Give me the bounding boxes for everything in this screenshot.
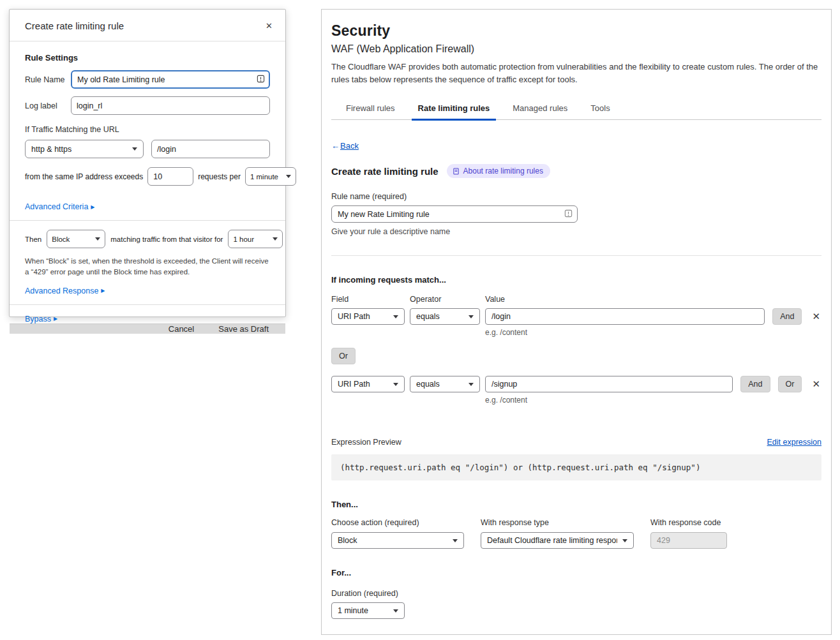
or-button[interactable]: Or <box>778 376 802 392</box>
bypass-link[interactable]: Bypass ▶ <box>25 315 57 324</box>
requests-per-text: requests per <box>198 172 241 181</box>
duration-select[interactable]: 1 minute <box>331 602 405 619</box>
and-button[interactable]: And <box>772 308 802 325</box>
field-select[interactable]: URI Path <box>331 376 405 392</box>
action-select[interactable]: Block <box>331 532 464 549</box>
value-input[interactable] <box>485 376 733 392</box>
tab-rate-limiting-rules[interactable]: Rate limiting rules <box>417 100 491 119</box>
tab-tools[interactable]: Tools <box>589 100 611 119</box>
action-select[interactable]: Block <box>47 230 105 248</box>
triangle-right-icon: ▶ <box>54 316 57 322</box>
divider <box>10 304 285 305</box>
save-as-draft-button[interactable]: Save as Draft <box>218 324 269 334</box>
log-label-wrap <box>71 96 270 115</box>
operator-select-value: equals <box>416 380 440 389</box>
response-type-label: With response type <box>481 518 634 527</box>
chevron-down-icon <box>469 315 474 318</box>
block-duration-value: 1 hour <box>233 235 254 243</box>
triangle-right-icon: ▶ <box>101 288 105 294</box>
rule-name-label: Rule name (required) <box>331 192 821 201</box>
rule-name-wrap <box>71 70 270 89</box>
duration-select-value: 1 minute <box>338 606 368 615</box>
chevron-down-icon <box>273 237 278 241</box>
create-rule-heading: Create rate limiting rule <box>331 166 439 177</box>
tab-bar: Firewall rules Rate limiting rules Manag… <box>331 100 821 120</box>
scheme-select[interactable]: http & https <box>25 140 144 158</box>
close-icon[interactable]: ✕ <box>266 21 273 31</box>
threshold-row: from the same IP address exceeds request… <box>25 167 270 186</box>
expression-preview-label: Expression Preview <box>331 438 401 447</box>
url-input[interactable] <box>151 140 270 158</box>
match-column-labels: Field Operator Value <box>331 295 821 304</box>
block-note: When “Block” is set, when the threshold … <box>25 256 270 278</box>
value-hint: e.g. /content <box>485 396 821 405</box>
autofill-icon <box>257 75 265 85</box>
tab-managed-rules[interactable]: Managed rules <box>511 100 569 119</box>
log-label-label: Log label <box>25 101 71 110</box>
triangle-right-icon: ▶ <box>91 204 94 210</box>
chevron-down-icon <box>469 383 474 386</box>
autofill-icon <box>564 209 573 220</box>
back-link[interactable]: ←Back <box>331 141 359 151</box>
about-rate-limiting-badge[interactable]: About rate limiting rules <box>447 164 550 178</box>
duration-label: Duration (required) <box>331 589 821 598</box>
chevron-down-icon <box>622 539 627 542</box>
back-label: Back <box>340 141 359 151</box>
period-select-value: 1 minute <box>250 173 278 181</box>
modal-title: Create rate limiting rule <box>25 20 124 31</box>
expression-code: (http.request.uri.path eq "/login") or (… <box>331 454 821 480</box>
response-code-col: With response code <box>650 518 727 549</box>
field-select[interactable]: URI Path <box>331 308 405 325</box>
rule-name-input[interactable] <box>331 205 578 223</box>
response-code-input <box>650 532 727 549</box>
tab-firewall-rules[interactable]: Firewall rules <box>345 100 396 119</box>
action-select-value: Block <box>338 536 357 545</box>
divider <box>10 220 285 221</box>
action-col: Choose action (required) Block <box>331 518 464 549</box>
then-row: Then Block matching traffic from that vi… <box>25 230 270 248</box>
action-select-value: Block <box>52 235 70 243</box>
advanced-response-label: Advanced Response <box>25 287 98 295</box>
rule-name-row: Rule Name <box>25 70 270 89</box>
block-duration-select[interactable]: 1 hour <box>228 230 283 248</box>
expression-header: Expression Preview Edit expression <box>331 438 821 447</box>
modal-body: Rule Settings Rule Name Log label If Tra… <box>10 41 285 324</box>
remove-icon[interactable]: ✕ <box>811 376 821 392</box>
response-type-select[interactable]: Default Cloudflare rate limiting respons… <box>481 532 634 549</box>
rule-settings-heading: Rule Settings <box>25 53 270 63</box>
and-button[interactable]: And <box>740 376 770 392</box>
value-input[interactable] <box>485 308 765 325</box>
operator-select[interactable]: equals <box>410 376 480 392</box>
chevron-down-icon <box>393 609 398 613</box>
field-select-value: URI Path <box>338 380 370 389</box>
page-subtitle: WAF (Web Application Firewall) <box>331 43 821 55</box>
rule-name-input[interactable] <box>71 70 270 89</box>
remove-icon[interactable]: ✕ <box>811 308 821 325</box>
period-select[interactable]: 1 minute <box>245 167 296 186</box>
action-label: Choose action (required) <box>331 518 464 527</box>
chevron-down-icon <box>393 383 398 386</box>
operator-select[interactable]: equals <box>410 308 480 325</box>
edit-expression-link[interactable]: Edit expression <box>767 438 821 447</box>
cancel-button[interactable]: Cancel <box>169 324 194 334</box>
waf-page: Security WAF (Web Application Firewall) … <box>321 9 832 635</box>
response-code-label: With response code <box>650 518 727 527</box>
for-heading: For... <box>331 568 821 577</box>
requests-input[interactable] <box>147 167 193 186</box>
then-controls: Choose action (required) Block With resp… <box>331 518 821 549</box>
traffic-row: http & https <box>25 140 270 158</box>
advanced-criteria-link[interactable]: Advanced Criteria ▶ <box>25 202 95 211</box>
back-arrow-icon: ← <box>331 141 340 151</box>
match-row-2: URI Path equals And Or ✕ <box>331 376 821 392</box>
or-connector-button[interactable]: Or <box>331 348 356 364</box>
value-column-label: Value <box>485 295 505 304</box>
divider <box>331 255 821 256</box>
response-type-col: With response type Default Cloudflare ra… <box>481 518 634 549</box>
scheme-select-value: http & https <box>31 145 71 154</box>
value-hint: e.g. /content <box>485 328 821 337</box>
advanced-response-link[interactable]: Advanced Response ▶ <box>25 287 105 295</box>
field-column-label: Field <box>331 295 410 304</box>
url-wrap <box>151 140 270 158</box>
bypass-label: Bypass <box>25 315 51 324</box>
log-label-input[interactable] <box>71 96 270 115</box>
